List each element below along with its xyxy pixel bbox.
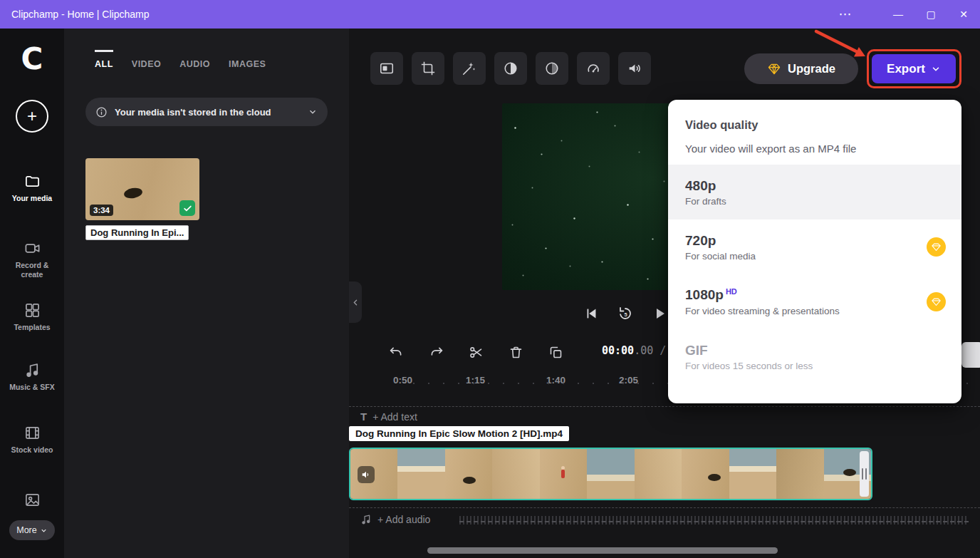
upgrade-button[interactable]: Upgrade bbox=[744, 53, 858, 84]
maximize-button[interactable]: ▢ bbox=[914, 0, 947, 29]
export-label: Export bbox=[887, 62, 925, 76]
replay-5s-button[interactable]: 5 bbox=[611, 299, 640, 328]
filmstrip-frame bbox=[492, 449, 539, 499]
export-menu-title: Video quality bbox=[685, 118, 944, 132]
add-text-track[interactable]: T + Add text bbox=[360, 410, 417, 423]
export-quality-menu: Video quality Your video will export as … bbox=[668, 100, 961, 403]
option-text: 720p For social media bbox=[685, 233, 756, 262]
filmstrip-frame bbox=[729, 449, 776, 499]
sidebar-item-record-create[interactable]: Record & create bbox=[0, 240, 64, 279]
premium-diamond-icon bbox=[927, 237, 946, 257]
export-option-gif[interactable]: GIF For videos 15 seconds or less bbox=[668, 329, 961, 384]
duplicate-button[interactable] bbox=[540, 336, 571, 368]
chevron-down-icon bbox=[931, 64, 941, 74]
speed-button[interactable] bbox=[577, 52, 610, 85]
media-panel: ALL VIDEO AUDIO IMAGES Your media isn't … bbox=[64, 29, 349, 558]
add-audio-track[interactable]: + Add audio bbox=[360, 514, 430, 525]
image-icon bbox=[4, 492, 61, 508]
filmstrip-frame bbox=[587, 449, 634, 499]
filmstrip-frame bbox=[540, 449, 587, 499]
export-button[interactable]: Export bbox=[872, 54, 956, 83]
sidebar-item-stock-images[interactable] bbox=[0, 492, 64, 508]
diamond-icon bbox=[767, 62, 781, 76]
filmstrip-frame bbox=[445, 449, 492, 499]
volume-button[interactable] bbox=[618, 52, 651, 85]
option-name: 720p bbox=[685, 233, 756, 249]
media-thumbnail[interactable]: 3:34 bbox=[85, 158, 199, 220]
sidebar-item-your-media[interactable]: Your media bbox=[0, 173, 64, 203]
export-option-1080p[interactable]: 1080pHD For video streaming & presentati… bbox=[668, 274, 961, 329]
text-track-divider bbox=[349, 406, 980, 407]
dog-silhouette bbox=[843, 469, 856, 476]
more-label: More bbox=[16, 525, 36, 535]
option-desc: For video streaming & presentations bbox=[685, 306, 840, 316]
tab-images[interactable]: IMAGES bbox=[229, 50, 266, 69]
audio-waveform-placeholder bbox=[459, 516, 969, 525]
option-text: GIF For videos 15 seconds or less bbox=[685, 343, 813, 371]
option-name-text: 1080p bbox=[685, 288, 724, 303]
option-desc: For videos 15 seconds or less bbox=[685, 361, 813, 371]
chevron-down-icon bbox=[308, 107, 318, 117]
window-controls: ⋯ — ▢ ✕ bbox=[829, 0, 980, 29]
split-scissors-button[interactable] bbox=[460, 336, 491, 368]
clip-trim-handle[interactable] bbox=[860, 451, 869, 497]
crop-button[interactable] bbox=[412, 52, 444, 85]
tab-audio[interactable]: AUDIO bbox=[179, 50, 210, 69]
titlebar: Clipchamp - Home | Clipchamp ⋯ — ▢ ✕ bbox=[0, 0, 980, 29]
layout-pip-button[interactable] bbox=[370, 52, 403, 85]
add-media-button[interactable]: + bbox=[16, 100, 48, 133]
clipchamp-logo[interactable]: C bbox=[0, 41, 64, 76]
film-icon bbox=[4, 425, 61, 441]
sidebar-item-stock-video[interactable]: Stock video bbox=[0, 425, 64, 455]
close-button[interactable]: ✕ bbox=[947, 0, 980, 29]
cloud-storage-notice[interactable]: Your media isn't stored in the cloud bbox=[85, 98, 328, 126]
audio-track-divider bbox=[349, 507, 980, 508]
sidebar-item-templates[interactable]: Templates bbox=[0, 302, 64, 332]
minimize-button[interactable]: — bbox=[882, 0, 914, 29]
option-name: GIF bbox=[685, 343, 813, 358]
sidebar-item-label: Templates bbox=[4, 323, 61, 332]
timeline-video-clip[interactable] bbox=[349, 448, 872, 500]
duration-badge: 3:34 bbox=[90, 205, 113, 216]
chevron-down-icon bbox=[40, 527, 48, 534]
export-option-480p[interactable]: 480p For drafts bbox=[668, 165, 961, 219]
timeline-scrollbar[interactable] bbox=[427, 547, 778, 554]
check-icon bbox=[179, 200, 195, 216]
sidebar-item-music-sfx[interactable]: Music & SFX bbox=[0, 362, 64, 392]
redo-button[interactable] bbox=[420, 336, 452, 368]
dog-silhouette bbox=[463, 477, 476, 484]
premium-diamond-icon bbox=[927, 292, 946, 311]
more-button[interactable]: More bbox=[9, 520, 55, 540]
notice-text: Your media isn't stored in the cloud bbox=[115, 107, 301, 118]
timeline-fit-button-partial[interactable] bbox=[961, 342, 980, 368]
timecode-current: 00:00 bbox=[602, 344, 634, 357]
camera-icon bbox=[4, 240, 61, 257]
export-option-720p[interactable]: 720p For social media bbox=[668, 219, 961, 274]
hd-badge: HD bbox=[726, 287, 737, 296]
add-audio-label: + Add audio bbox=[377, 514, 430, 525]
contrast-button[interactable] bbox=[494, 52, 527, 85]
sidebar: C + Your media Record & create Templates… bbox=[0, 29, 64, 558]
window-title: Clipchamp - Home | Clipchamp bbox=[11, 9, 149, 20]
skip-to-start-button[interactable] bbox=[577, 299, 605, 328]
audio-dashed-line bbox=[459, 521, 969, 522]
folder-icon bbox=[4, 173, 61, 190]
magic-wand-button[interactable] bbox=[453, 52, 486, 85]
tab-all[interactable]: ALL bbox=[95, 50, 113, 69]
filmstrip-frame bbox=[776, 449, 823, 499]
delete-button[interactable] bbox=[500, 336, 531, 368]
filmstrip-frame bbox=[682, 449, 729, 499]
info-icon bbox=[95, 106, 108, 118]
media-item-name: Dog Running In Epi... bbox=[85, 225, 189, 240]
clipchamp-window: Clipchamp - Home | Clipchamp ⋯ — ▢ ✕ C +… bbox=[0, 0, 980, 558]
sidebar-item-label: Your media bbox=[4, 194, 61, 203]
person-silhouette bbox=[561, 470, 565, 478]
undo-button[interactable] bbox=[380, 336, 412, 368]
filters-button[interactable] bbox=[536, 52, 568, 85]
panel-collapse-handle[interactable] bbox=[349, 281, 362, 323]
clip-name-label: Dog Running In Epic Slow Motion 2 [HD].m… bbox=[349, 426, 569, 441]
tab-video[interactable]: VIDEO bbox=[132, 50, 161, 69]
option-text: 480p For drafts bbox=[685, 178, 726, 207]
media-tabs: ALL VIDEO AUDIO IMAGES bbox=[95, 50, 266, 69]
titlebar-menu-button[interactable]: ⋯ bbox=[829, 0, 862, 29]
